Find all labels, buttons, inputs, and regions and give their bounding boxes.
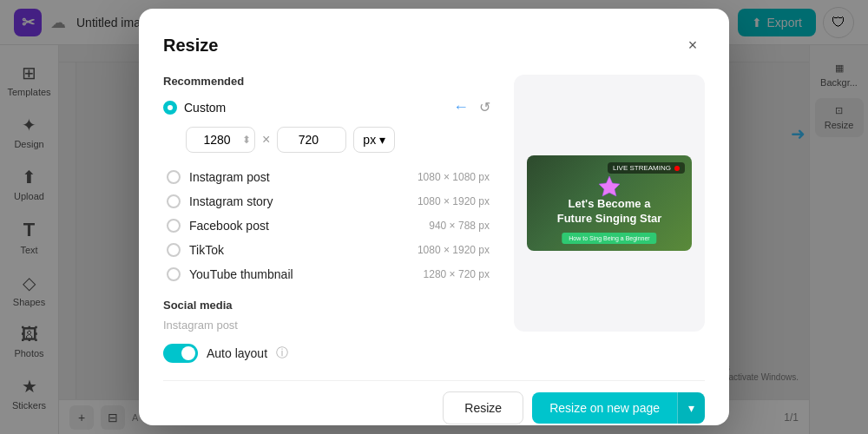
preview-image: LIVE STREAMING Let's Become a Future Sin… (527, 155, 692, 251)
live-badge: LIVE STREAMING (608, 162, 685, 174)
tiktok-label: TikTok (189, 243, 409, 257)
autolayout-label: Auto layout (207, 346, 267, 360)
width-input[interactable] (195, 133, 239, 147)
autolayout-row: Auto layout ⓘ (163, 332, 705, 377)
dropdown-chevron-icon: ▾ (688, 401, 694, 415)
recommended-label: Recommended (163, 75, 493, 88)
custom-radio[interactable] (163, 101, 177, 115)
preview-subtitle: How to Sing Being a Beginner (562, 233, 656, 244)
height-input-wrapper (277, 127, 346, 153)
resize-new-page-group: Resize on new page ▾ (532, 392, 705, 424)
resize-button[interactable]: Resize (443, 391, 523, 424)
arrow-indicator-badge: ← (453, 98, 469, 116)
modal-header: Resize × (163, 33, 705, 57)
modal-overlay: Resize × Recommended Custom ← ↺ (0, 0, 868, 434)
instagram-post-label: Instagram post (189, 170, 409, 184)
social-media-section: Social media Instagram post (163, 299, 493, 332)
modal-left-panel: Recommended Custom ← ↺ ⬍ × (163, 75, 493, 332)
unit-selector[interactable]: px ▾ (353, 127, 395, 153)
modal-close-button[interactable]: × (681, 33, 705, 57)
svg-marker-0 (599, 176, 620, 196)
social-media-label: Social media (163, 299, 493, 312)
instagram-story-size: 1080 × 1920 px (418, 195, 490, 207)
width-stepper[interactable]: ⬍ (242, 134, 251, 146)
dimension-inputs: ⬍ × px ▾ (186, 127, 493, 153)
youtube-thumbnail-option[interactable]: YouTube thumbnail 1280 × 720 px (163, 262, 493, 286)
tiktok-option[interactable]: TikTok 1080 × 1920 px (163, 238, 493, 262)
unit-value: px (363, 133, 376, 147)
live-dot (674, 166, 680, 171)
modal-body: Recommended Custom ← ↺ ⬍ × (163, 75, 705, 332)
autolayout-toggle[interactable] (163, 344, 198, 363)
preview-title: Let's Become a Future Singing Star (527, 197, 692, 227)
tiktok-size: 1080 × 1920 px (418, 244, 490, 256)
width-input-wrapper: ⬍ (186, 127, 255, 153)
facebook-post-option[interactable]: Facebook post 940 × 788 px (163, 214, 493, 238)
resize-new-page-button[interactable]: Resize on new page (532, 392, 677, 424)
custom-option-row[interactable]: Custom ← ↺ (163, 98, 493, 116)
height-input[interactable] (286, 133, 330, 147)
instagram-story-option[interactable]: Instagram story 1080 × 1920 px (163, 189, 493, 214)
instagram-story-radio[interactable] (167, 194, 181, 208)
preview-panel: LIVE STREAMING Let's Become a Future Sin… (514, 75, 705, 332)
youtube-thumbnail-radio[interactable] (167, 267, 181, 281)
instagram-post-radio[interactable] (167, 170, 181, 184)
facebook-post-size: 940 × 788 px (429, 220, 490, 232)
facebook-post-label: Facebook post (189, 219, 420, 233)
custom-label: Custom (184, 101, 446, 115)
resize-new-page-dropdown[interactable]: ▾ (677, 392, 705, 424)
autolayout-info-icon[interactable]: ⓘ (276, 345, 288, 361)
instagram-post-option[interactable]: Instagram post 1080 × 1080 px (163, 165, 493, 189)
youtube-thumbnail-label: YouTube thumbnail (189, 267, 415, 281)
refresh-button[interactable]: ↺ (476, 99, 493, 116)
modal-title: Resize (163, 36, 218, 56)
social-media-sublabel: Instagram post (163, 319, 493, 332)
facebook-post-radio[interactable] (167, 219, 181, 233)
youtube-thumbnail-size: 1280 × 720 px (424, 268, 490, 280)
resize-modal: Resize × Recommended Custom ← ↺ (139, 9, 729, 425)
modal-footer: Resize Resize on new page ▾ (163, 380, 705, 434)
instagram-post-size: 1080 × 1080 px (418, 171, 490, 183)
toggle-knob (181, 346, 195, 360)
live-label: LIVE STREAMING (613, 164, 671, 172)
tiktok-radio[interactable] (167, 243, 181, 257)
dimension-separator: × (262, 132, 270, 148)
instagram-story-label: Instagram story (189, 194, 409, 208)
unit-chevron-icon: ▾ (379, 133, 385, 147)
